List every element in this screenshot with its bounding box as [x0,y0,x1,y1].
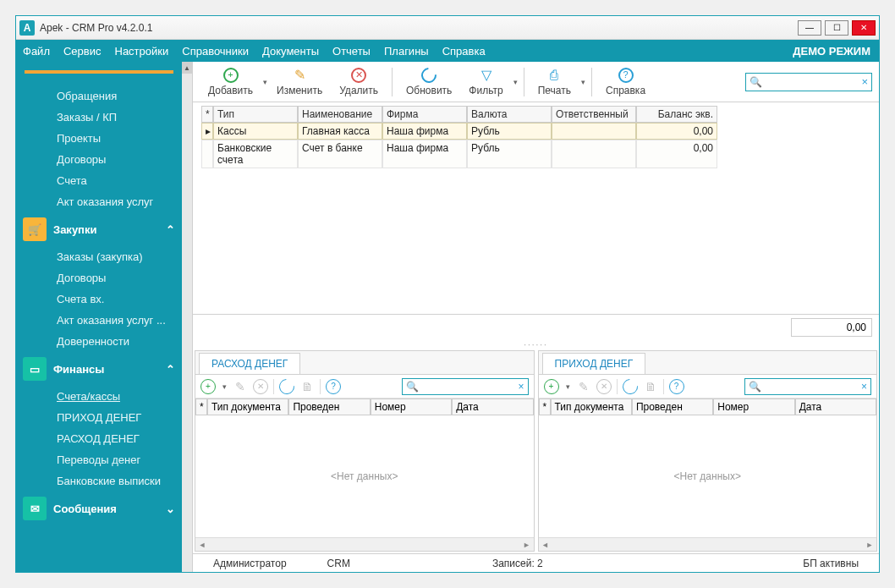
dropdown-icon[interactable]: ▾ [564,382,571,391]
menu-refs[interactable]: Справочники [175,45,255,58]
sidebar-item[interactable]: ПРИХОД ДЕНЕГ [16,407,182,428]
col-responsible[interactable]: Ответственный [552,106,636,123]
dropdown-icon[interactable]: ▾ [221,382,228,391]
dropdown-icon[interactable]: ▾ [512,78,519,86]
col-firm[interactable]: Фирма [382,106,467,123]
pencil-icon: ✎ [292,68,307,83]
refresh-button[interactable] [276,376,297,397]
col-name[interactable]: Наименование [298,106,382,123]
sidebar-section-finance[interactable]: ▭ Финансы ⌃ [16,352,182,386]
sidebar-item[interactable]: Договоры [16,267,182,289]
col[interactable]: Дата [795,398,876,415]
menu-service[interactable]: Сервис [57,45,108,58]
cross-icon: ✕ [351,68,366,83]
sidebar-item[interactable]: Заказы (закупка) [16,246,182,267]
app-icon: A [19,20,35,36]
sidebar-item[interactable]: Счета [16,170,182,191]
clear-icon[interactable]: × [861,381,867,393]
col[interactable]: Дата [452,398,533,415]
sidebar-item[interactable]: Проекты [16,128,182,149]
col-type[interactable]: Тип [213,106,298,123]
sidebar-section-purchases[interactable]: 🛒 Закупки ⌃ [16,212,182,246]
search-input[interactable]: 🔍× [402,378,529,395]
dropdown-icon[interactable]: ▾ [579,78,586,86]
tab-expense[interactable]: РАСХОД ДЕНЕГ [199,353,300,374]
horizontal-scrollbar[interactable]: ◄► [195,537,534,551]
sidebar-item[interactable]: РАСХОД ДЕНЕГ [16,428,182,449]
col-currency[interactable]: Валюта [467,106,552,123]
dropdown-icon[interactable]: ▾ [261,78,268,86]
row-selector-col: * [195,398,207,415]
edit-button[interactable]: ✎Изменить [268,68,331,96]
help-button[interactable]: ? [326,379,341,394]
scroll-right-icon[interactable]: ► [863,541,876,549]
delete-button[interactable]: ✕ [596,379,612,394]
col[interactable]: Тип документа [551,398,632,415]
sidebar-item[interactable]: Договоры [16,149,182,170]
scroll-right-icon[interactable]: ► [520,541,534,549]
document-button[interactable]: 🗎 [299,379,315,394]
scroll-left-icon[interactable]: ◄ [195,541,209,549]
sidebar-item[interactable]: Счета вх. [16,289,182,310]
maximize-button[interactable]: ☐ [825,20,848,36]
section-label: Закупки [53,223,96,236]
col[interactable]: Тип документа [207,398,288,415]
help-button[interactable]: ?Справка [597,68,654,96]
table-row[interactable]: Банковские счета Счет в банке Наша фирма… [201,140,870,168]
cell: Счет в банке [298,140,382,168]
edit-button[interactable]: ✎ [576,379,591,394]
menu-help[interactable]: Справка [436,45,492,58]
search-input[interactable]: 🔍× [744,378,871,395]
col-balance[interactable]: Баланс экв. [636,106,717,123]
add-button[interactable]: +Добавить [200,68,261,96]
sidebar-item-accounts[interactable]: Счета/кассы [16,386,182,407]
separator [591,68,592,96]
minimize-button[interactable]: — [798,20,821,36]
table-row[interactable]: ▸ Кассы Главная касса Наша фирма Рубль 0… [201,123,870,140]
sidebar-item[interactable]: Переводы денег [16,449,182,470]
delete-button[interactable]: ✕ [253,379,268,394]
horizontal-scrollbar[interactable]: ◄► [539,537,877,551]
menu-docs[interactable]: Документы [255,45,326,58]
row-indicator [201,140,213,168]
refresh-button[interactable]: Обновить [398,68,460,96]
menu-plugins[interactable]: Плагины [377,45,436,58]
sidebar-item[interactable]: Акт оказания услуг [16,191,182,212]
panel-toolbar: +▾ ✎ ✕ 🗎 ? 🔍× [539,375,877,398]
tab-income[interactable]: ПРИХОД ДЕНЕГ [542,353,646,374]
menu-file[interactable]: Файл [16,45,57,58]
filter-button[interactable]: ▽Фильтр [460,68,511,96]
search-icon: 🔍 [406,381,419,393]
col[interactable]: Номер [371,398,452,415]
refresh-button[interactable] [619,376,640,397]
sidebar-scrollbar[interactable]: ▲ [182,62,192,572]
document-button[interactable]: 🗎 [643,379,658,394]
sidebar-item[interactable]: Банковские выписки [16,470,182,492]
print-button[interactable]: ⎙Печать [530,68,579,96]
col[interactable]: Проведен [288,398,370,415]
scroll-up-icon[interactable]: ▲ [182,62,192,74]
panel-grid-header: * Тип документа Проведен Номер Дата [195,398,534,415]
panel-toolbar: +▾ ✎ ✕ 🗎 ? 🔍× [195,375,534,398]
sidebar-section-messages[interactable]: ✉ Сообщения ⌄ [16,492,182,525]
sidebar-item[interactable]: Заказы / КП [16,107,182,128]
sidebar-item[interactable]: Акт оказания услуг ... [16,310,182,331]
sidebar-item[interactable]: Обращения [16,85,182,107]
menu-settings[interactable]: Настройки [108,45,176,58]
menu-reports[interactable]: Отчеты [326,45,377,58]
cell [552,123,636,140]
clear-icon[interactable]: × [861,75,868,88]
splitter[interactable]: ······ [193,340,879,349]
delete-button[interactable]: ✕Удалить [331,68,387,96]
add-button[interactable]: + [544,379,559,394]
sidebar-item[interactable]: Доверенности [16,331,182,352]
edit-button[interactable]: ✎ [233,379,248,394]
col[interactable]: Проведен [632,398,713,415]
scroll-left-icon[interactable]: ◄ [539,541,552,549]
close-button[interactable]: ✕ [852,20,876,36]
search-input[interactable]: 🔍× [745,73,872,91]
add-button[interactable]: + [200,379,216,394]
clear-icon[interactable]: × [518,381,524,393]
help-button[interactable]: ? [669,379,684,394]
col[interactable]: Номер [713,398,794,415]
